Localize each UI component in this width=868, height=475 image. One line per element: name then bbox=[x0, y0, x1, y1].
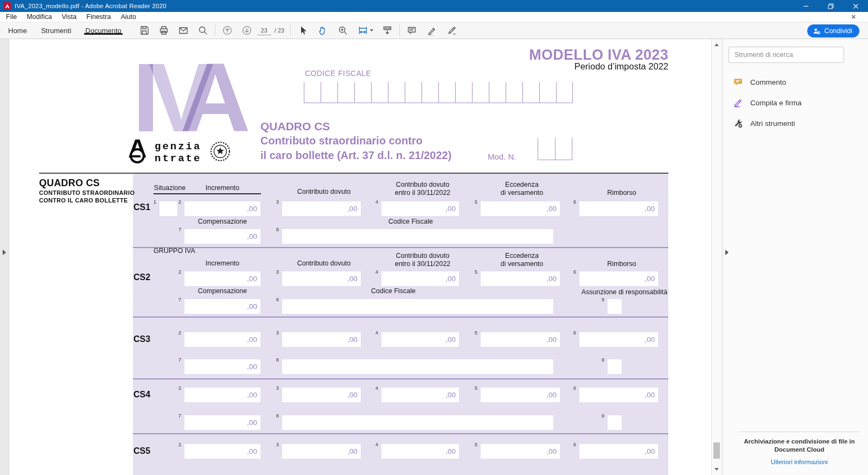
select-tool-icon[interactable] bbox=[295, 23, 311, 37]
field-CS2-9[interactable] bbox=[608, 299, 622, 314]
comb-cell[interactable] bbox=[371, 82, 388, 103]
more-info-link[interactable]: Ulteriori informazioni bbox=[771, 459, 828, 465]
scrollbar-thumb[interactable] bbox=[713, 442, 720, 459]
field-number-CS3-9: 9 bbox=[602, 357, 604, 363]
print-icon[interactable] bbox=[156, 23, 172, 37]
comb-cell[interactable] bbox=[438, 82, 455, 103]
sidebar-item-altri-strumenti[interactable]: Altri strumenti bbox=[733, 113, 857, 134]
field-CS5-5[interactable]: ,00 bbox=[481, 444, 560, 459]
field-CS4-5[interactable]: ,00 bbox=[481, 388, 560, 402]
menu-aiuto[interactable]: Aiuto bbox=[116, 12, 141, 22]
field-CS4-7[interactable]: ,00 bbox=[184, 415, 260, 430]
fit-width-icon[interactable] bbox=[355, 23, 375, 37]
field-CS5-4[interactable]: ,00 bbox=[381, 444, 459, 459]
comb-cell[interactable] bbox=[539, 82, 556, 103]
codice-fiscale-comb-field[interactable] bbox=[304, 82, 573, 103]
field-CS2-2[interactable]: ,00 bbox=[184, 271, 260, 286]
field-CS3-2[interactable]: ,00 bbox=[184, 332, 260, 347]
field-CS2-7[interactable]: ,00 bbox=[184, 299, 260, 314]
menu-file[interactable]: File bbox=[1, 12, 22, 22]
left-panel-expand-icon[interactable] bbox=[3, 250, 6, 255]
field-CS4-2[interactable]: ,00 bbox=[184, 388, 260, 402]
field-CS1-6[interactable]: ,00 bbox=[579, 201, 658, 216]
field-CS2-5[interactable]: ,00 bbox=[481, 271, 560, 286]
left-panel-strip bbox=[0, 39, 9, 475]
tab-documento[interactable]: Documento bbox=[78, 27, 128, 35]
tab-home[interactable]: Home bbox=[1, 27, 34, 35]
field-CS3-8[interactable] bbox=[282, 359, 553, 374]
field-CS3-5[interactable]: ,00 bbox=[481, 332, 560, 347]
field-CS3-3[interactable]: ,00 bbox=[282, 332, 361, 347]
page-number-input[interactable] bbox=[257, 26, 271, 35]
scroll-down-icon[interactable] bbox=[714, 468, 719, 471]
tools-search-input[interactable] bbox=[729, 47, 844, 62]
field-CS3-4[interactable]: ,00 bbox=[381, 332, 459, 347]
highlight-tool-icon[interactable] bbox=[424, 23, 440, 37]
menubar-close-icon[interactable]: ✕ bbox=[851, 12, 856, 22]
field-CS1-5[interactable]: ,00 bbox=[481, 201, 560, 216]
comb-cell[interactable] bbox=[555, 138, 572, 160]
scroll-up-icon[interactable] bbox=[714, 43, 719, 46]
hand-tool-icon[interactable] bbox=[315, 23, 331, 37]
field-CS1-1[interactable] bbox=[159, 201, 177, 216]
comb-cell[interactable] bbox=[538, 138, 555, 160]
menu-modifica[interactable]: Modifica bbox=[22, 12, 57, 22]
field-CS2-3[interactable]: ,00 bbox=[282, 271, 361, 286]
comb-cell[interactable] bbox=[506, 82, 522, 103]
comb-cell[interactable] bbox=[304, 82, 321, 103]
field-CS4-4[interactable]: ,00 bbox=[381, 388, 459, 402]
field-CS2-6[interactable]: ,00 bbox=[579, 271, 658, 286]
field-CS3-6[interactable]: ,00 bbox=[579, 332, 658, 347]
restore-button[interactable] bbox=[818, 0, 843, 12]
comb-cell[interactable] bbox=[354, 82, 371, 103]
field-CS4-8[interactable] bbox=[282, 415, 553, 430]
comb-cell[interactable] bbox=[522, 82, 539, 103]
share-button[interactable]: Condividi bbox=[807, 24, 859, 37]
comment-tool-icon[interactable] bbox=[404, 23, 420, 37]
comb-cell[interactable] bbox=[388, 82, 405, 103]
comb-cell[interactable] bbox=[422, 82, 438, 103]
comb-cell[interactable] bbox=[405, 82, 422, 103]
next-page-icon[interactable] bbox=[239, 23, 255, 37]
comb-cell[interactable] bbox=[321, 82, 337, 103]
sidebar-item-compila-e-firma[interactable]: Compila e firma bbox=[733, 92, 857, 113]
field-CS1-8[interactable] bbox=[282, 229, 553, 244]
field-number-CS4-6: 6 bbox=[573, 385, 576, 391]
minimize-button[interactable] bbox=[793, 0, 818, 12]
field-CS2-8[interactable] bbox=[282, 299, 553, 314]
close-button[interactable] bbox=[843, 0, 868, 12]
search-icon[interactable] bbox=[195, 23, 211, 37]
menu-vista[interactable]: Vista bbox=[57, 12, 82, 22]
email-icon[interactable] bbox=[175, 23, 192, 37]
field-CS4-6[interactable]: ,00 bbox=[579, 388, 658, 402]
field-CS1-2[interactable]: ,00 bbox=[184, 201, 260, 216]
field-CS4-9[interactable] bbox=[608, 415, 622, 430]
comb-cell[interactable] bbox=[455, 82, 472, 103]
menu-finestra[interactable]: Finestra bbox=[81, 12, 116, 22]
field-CS5-2[interactable]: ,00 bbox=[184, 444, 260, 459]
save-icon[interactable] bbox=[136, 23, 152, 37]
previous-page-icon[interactable] bbox=[219, 23, 235, 37]
right-panel-collapse-icon[interactable] bbox=[725, 250, 729, 255]
fill-sign-tool-icon[interactable] bbox=[444, 23, 460, 37]
field-CS5-6[interactable]: ,00 bbox=[579, 444, 658, 459]
field-CS4-3[interactable]: ,00 bbox=[282, 388, 361, 402]
field-number-CS4-5: 5 bbox=[475, 385, 477, 391]
zoom-in-icon[interactable] bbox=[335, 23, 351, 37]
field-CS3-7[interactable]: ,00 bbox=[184, 359, 260, 374]
field-CS1-4[interactable]: ,00 bbox=[381, 201, 459, 216]
comb-cell[interactable] bbox=[472, 82, 489, 103]
mod-n-comb-field[interactable] bbox=[538, 138, 572, 160]
field-CS1-3[interactable]: ,00 bbox=[282, 201, 361, 216]
field-CS1-7[interactable]: ,00 bbox=[184, 229, 260, 244]
comb-cell[interactable] bbox=[489, 82, 506, 103]
comb-cell[interactable] bbox=[556, 82, 573, 103]
field-CS5-3[interactable]: ,00 bbox=[282, 444, 361, 459]
vertical-scrollbar[interactable] bbox=[711, 39, 722, 475]
tab-strumenti[interactable]: Strumenti bbox=[34, 27, 79, 35]
field-CS2-4[interactable]: ,00 bbox=[381, 271, 459, 286]
field-CS3-9[interactable] bbox=[608, 359, 622, 374]
comb-cell[interactable] bbox=[337, 82, 354, 103]
page-display-icon[interactable] bbox=[379, 23, 395, 37]
sidebar-item-commento[interactable]: Commento bbox=[733, 72, 857, 92]
